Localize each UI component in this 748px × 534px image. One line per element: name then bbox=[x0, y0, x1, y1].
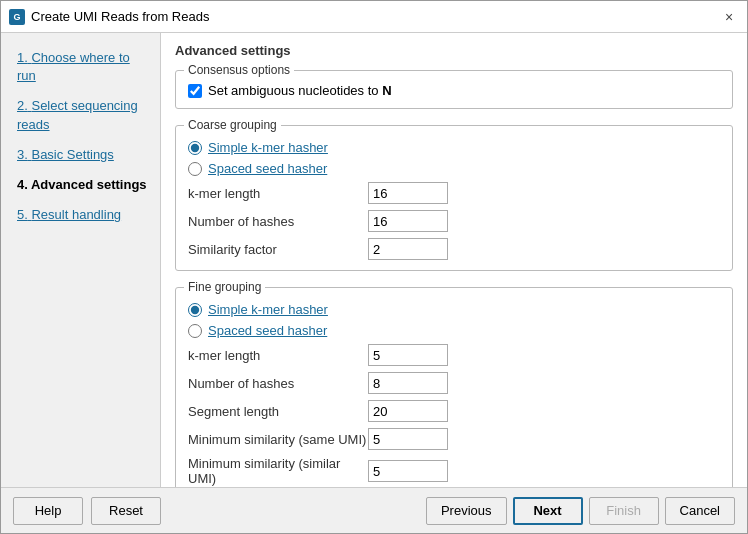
panel-title: Advanced settings bbox=[161, 33, 747, 64]
coarse-hashes-label: Number of hashes bbox=[188, 214, 368, 229]
app-icon: G bbox=[9, 9, 25, 25]
bottom-right-buttons: Previous Next Finish Cancel bbox=[426, 497, 735, 525]
fine-min-similar-input[interactable] bbox=[368, 460, 448, 482]
fine-min-same-input[interactable] bbox=[368, 428, 448, 450]
next-button[interactable]: Next bbox=[513, 497, 583, 525]
consensus-group: Consensus options Set ambiguous nucleoti… bbox=[175, 70, 733, 109]
coarse-spaced-seed-radio[interactable] bbox=[188, 162, 202, 176]
fine-spaced-seed-label: Spaced seed hasher bbox=[208, 323, 327, 338]
ambiguous-nucleotides-label: Set ambiguous nucleotides to N bbox=[208, 83, 392, 98]
coarse-similarity-input[interactable] bbox=[368, 238, 448, 260]
coarse-kmer-input[interactable] bbox=[368, 182, 448, 204]
fine-segment-input[interactable] bbox=[368, 400, 448, 422]
fine-hashes-row: Number of hashes bbox=[188, 372, 720, 394]
coarse-simple-kmer-label: Simple k-mer hasher bbox=[208, 140, 328, 155]
bottom-bar: Help Reset Previous Next Finish Cancel bbox=[1, 487, 747, 533]
fine-min-similar-label: Minimum similarity (similar UMI) bbox=[188, 456, 368, 486]
fine-grouping-title: Fine grouping bbox=[184, 280, 265, 294]
coarse-kmer-row: k-mer length bbox=[188, 182, 720, 204]
coarse-spaced-seed-label: Spaced seed hasher bbox=[208, 161, 327, 176]
sidebar-item-advanced-settings[interactable]: 4. Advanced settings bbox=[1, 170, 160, 200]
fine-min-same-row: Minimum similarity (same UMI) bbox=[188, 428, 720, 450]
coarse-kmer-label: k-mer length bbox=[188, 186, 368, 201]
fine-kmer-label: k-mer length bbox=[188, 348, 368, 363]
sidebar: 1. Choose where to run 2. Select sequenc… bbox=[1, 33, 161, 487]
fine-segment-row: Segment length bbox=[188, 400, 720, 422]
fine-segment-label: Segment length bbox=[188, 404, 368, 419]
close-button[interactable]: × bbox=[719, 7, 739, 27]
coarse-radio1-row: Simple k-mer hasher bbox=[188, 140, 720, 155]
sidebar-item-basic-settings[interactable]: 3. Basic Settings bbox=[1, 140, 160, 170]
finish-button[interactable]: Finish bbox=[589, 497, 659, 525]
consensus-checkbox-row: Set ambiguous nucleotides to N bbox=[188, 83, 720, 98]
fine-grouping-group: Fine grouping Simple k-mer hasher Spaced… bbox=[175, 287, 733, 487]
content-area: 1. Choose where to run 2. Select sequenc… bbox=[1, 33, 747, 487]
coarse-grouping-title: Coarse grouping bbox=[184, 118, 281, 132]
fine-min-same-label: Minimum similarity (same UMI) bbox=[188, 432, 368, 447]
sidebar-item-result-handling[interactable]: 5. Result handling bbox=[1, 200, 160, 230]
reset-button[interactable]: Reset bbox=[91, 497, 161, 525]
coarse-hashes-input[interactable] bbox=[368, 210, 448, 232]
sidebar-item-select-reads[interactable]: 2. Select sequencing reads bbox=[1, 91, 160, 139]
coarse-similarity-label: Similarity factor bbox=[188, 242, 368, 257]
coarse-radio2-row: Spaced seed hasher bbox=[188, 161, 720, 176]
help-button[interactable]: Help bbox=[13, 497, 83, 525]
title-bar-left: G Create UMI Reads from Reads bbox=[9, 9, 209, 25]
main-window: G Create UMI Reads from Reads × 1. Choos… bbox=[0, 0, 748, 534]
sidebar-item-choose-where[interactable]: 1. Choose where to run bbox=[1, 43, 160, 91]
fine-hashes-input[interactable] bbox=[368, 372, 448, 394]
fine-spaced-seed-radio[interactable] bbox=[188, 324, 202, 338]
consensus-group-title: Consensus options bbox=[184, 63, 294, 77]
fine-min-similar-row: Minimum similarity (similar UMI) bbox=[188, 456, 720, 486]
main-panel: Advanced settings Consensus options Set … bbox=[161, 33, 747, 487]
window-title: Create UMI Reads from Reads bbox=[31, 9, 209, 24]
coarse-similarity-row: Similarity factor bbox=[188, 238, 720, 260]
title-bar: G Create UMI Reads from Reads × bbox=[1, 1, 747, 33]
cancel-button[interactable]: Cancel bbox=[665, 497, 735, 525]
ambiguous-nucleotides-checkbox[interactable] bbox=[188, 84, 202, 98]
fine-radio1-row: Simple k-mer hasher bbox=[188, 302, 720, 317]
previous-button[interactable]: Previous bbox=[426, 497, 507, 525]
fine-kmer-row: k-mer length bbox=[188, 344, 720, 366]
coarse-grouping-group: Coarse grouping Simple k-mer hasher Spac… bbox=[175, 125, 733, 271]
fine-simple-kmer-label: Simple k-mer hasher bbox=[208, 302, 328, 317]
fine-hashes-label: Number of hashes bbox=[188, 376, 368, 391]
fine-kmer-input[interactable] bbox=[368, 344, 448, 366]
fine-radio2-row: Spaced seed hasher bbox=[188, 323, 720, 338]
coarse-hashes-row: Number of hashes bbox=[188, 210, 720, 232]
coarse-simple-kmer-radio[interactable] bbox=[188, 141, 202, 155]
fine-simple-kmer-radio[interactable] bbox=[188, 303, 202, 317]
bottom-left-buttons: Help Reset bbox=[13, 497, 161, 525]
